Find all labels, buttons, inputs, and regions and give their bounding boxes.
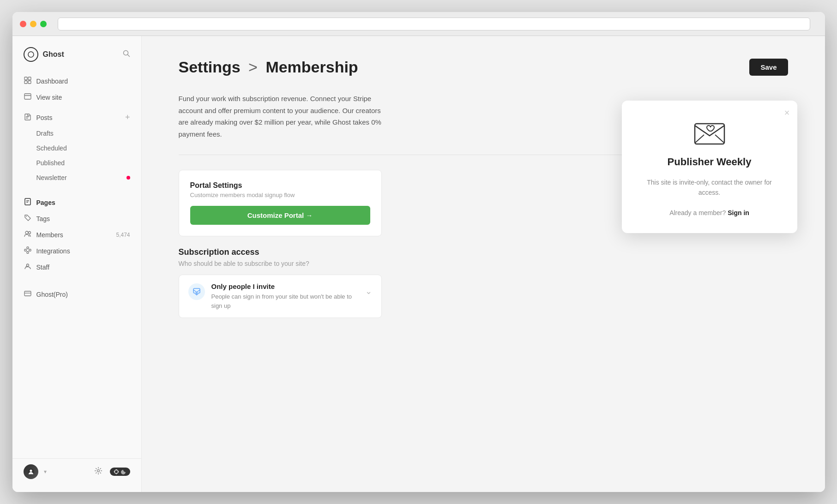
close-traffic-light[interactable]: [20, 21, 26, 27]
ghost-pro-icon: [24, 290, 32, 299]
pages-label: Pages: [36, 199, 55, 206]
invite-only-icon: [188, 283, 205, 300]
sidebar-item-dashboard[interactable]: Dashboard: [12, 73, 141, 89]
sidebar-item-view-site[interactable]: View site: [12, 89, 141, 105]
browser-window: Ghost Dashboard View site: [12, 12, 825, 492]
members-badge: 5,474: [116, 232, 130, 238]
popup-close-button[interactable]: ×: [784, 108, 790, 117]
members-label: Members: [36, 231, 63, 239]
svg-point-14: [26, 216, 27, 217]
scheduled-label: Scheduled: [36, 144, 67, 152]
newsletter-label: Newsletter: [36, 174, 67, 181]
sidebar-item-drafts[interactable]: Drafts: [12, 126, 141, 141]
svg-rect-20: [27, 252, 29, 253]
svg-rect-7: [24, 94, 31, 99]
portal-card-title: Portal Settings: [190, 181, 370, 190]
sidebar-item-members[interactable]: Members 5,474: [12, 227, 141, 243]
page-title: Settings > Membership: [179, 58, 358, 76]
portal-settings-card: Portal Settings Customize members modal …: [179, 170, 382, 236]
chevron-down-icon[interactable]: ⌄: [365, 286, 372, 296]
integrations-icon: [24, 246, 32, 255]
svg-rect-32: [695, 124, 724, 144]
sidebar-item-scheduled[interactable]: Scheduled: [12, 141, 141, 156]
svg-rect-4: [28, 77, 31, 80]
subscription-title: Subscription access: [179, 247, 788, 257]
svg-point-15: [25, 231, 28, 234]
sidebar-item-integrations[interactable]: Integrations: [12, 243, 141, 259]
svg-rect-17: [24, 249, 26, 251]
svg-rect-18: [29, 249, 31, 251]
ghost-pro-label: Ghost(Pro): [36, 291, 68, 298]
app-body: Ghost Dashboard View site: [12, 36, 825, 492]
svg-point-16: [28, 232, 30, 234]
popup-envelope-icon: [693, 119, 726, 147]
description-text: Fund your work with subscription revenue…: [179, 93, 382, 140]
members-icon: [24, 230, 32, 239]
minimize-traffic-light[interactable]: [30, 21, 36, 27]
posts-icon: [24, 113, 32, 122]
svg-point-29: [97, 470, 99, 472]
portal-card-subtitle: Customize members modal signup flow: [190, 192, 370, 198]
search-icon[interactable]: [123, 50, 130, 59]
main-content: Settings > Membership Save Fund your wor…: [142, 36, 825, 492]
svg-rect-3: [24, 77, 27, 80]
dashboard-label: Dashboard: [36, 78, 68, 85]
dashboard-icon: [24, 77, 32, 85]
popup-signin-text: Already a member?: [669, 209, 726, 216]
save-button[interactable]: Save: [749, 59, 788, 76]
pages-icon: [24, 198, 32, 207]
maximize-traffic-light[interactable]: [40, 21, 47, 27]
svg-rect-19: [27, 247, 29, 249]
popup-signin-link[interactable]: Sign in: [728, 209, 749, 216]
sidebar-item-posts[interactable]: Posts +: [12, 109, 141, 126]
sidebar-nav: Dashboard View site Posts +: [12, 73, 141, 458]
access-option-card[interactable]: Only people I invite People can sign in …: [179, 275, 382, 318]
svg-point-28: [30, 470, 32, 472]
svg-line-2: [127, 55, 129, 57]
popup-signin-area: Already a member? Sign in: [638, 209, 781, 216]
sidebar-item-tags[interactable]: Tags: [12, 210, 141, 227]
posts-label: Posts: [36, 114, 53, 121]
published-label: Published: [36, 159, 65, 167]
svg-point-0: [28, 52, 34, 57]
sidebar-item-published[interactable]: Published: [12, 156, 141, 170]
theme-toggle[interactable]: [110, 468, 130, 476]
browser-titlebar: [12, 12, 825, 36]
sidebar-item-staff[interactable]: Staff: [12, 259, 141, 275]
view-site-label: View site: [36, 94, 62, 101]
staff-label: Staff: [36, 264, 50, 271]
sidebar-logo: Ghost: [12, 47, 141, 73]
add-post-icon[interactable]: +: [125, 113, 130, 122]
portal-preview-popup: × Publisher Weekly This site is invite-o…: [622, 101, 797, 233]
popup-description: This site is invite-only, contact the ow…: [638, 177, 781, 198]
newsletter-badge: [126, 176, 130, 180]
chevron-down-icon[interactable]: ▾: [44, 468, 47, 475]
sidebar: Ghost Dashboard View site: [12, 36, 142, 492]
tags-label: Tags: [36, 215, 50, 222]
access-text: Only people I invite People can sign in …: [211, 282, 359, 310]
subscription-section: Subscription access Who should be able t…: [179, 247, 788, 318]
page-header: Settings > Membership Save: [179, 58, 788, 76]
staff-icon: [24, 263, 32, 271]
popup-site-name: Publisher Weekly: [638, 156, 781, 168]
address-bar[interactable]: [58, 18, 810, 30]
settings-icon[interactable]: [94, 467, 102, 477]
sidebar-item-ghost-pro[interactable]: Ghost(Pro): [12, 286, 141, 302]
view-site-icon: [24, 93, 32, 102]
drafts-label: Drafts: [36, 130, 54, 137]
sidebar-item-newsletter[interactable]: Newsletter: [12, 170, 141, 185]
logo-text: Ghost: [43, 50, 64, 59]
sidebar-item-pages[interactable]: Pages: [12, 189, 141, 210]
subscription-subtitle: Who should be able to subscribe to your …: [179, 260, 788, 267]
footer-icons: [94, 467, 130, 477]
user-avatar[interactable]: [24, 464, 38, 479]
tags-icon: [24, 214, 32, 223]
customize-portal-button[interactable]: Customize Portal →: [190, 206, 370, 225]
svg-rect-6: [28, 81, 31, 84]
ghost-logo: [24, 47, 38, 62]
svg-rect-11: [25, 198, 30, 205]
access-option-title: Only people I invite: [211, 282, 359, 290]
svg-rect-5: [24, 81, 27, 84]
access-option-desc: People can sign in from your site but wo…: [211, 292, 359, 310]
svg-rect-25: [24, 291, 31, 296]
